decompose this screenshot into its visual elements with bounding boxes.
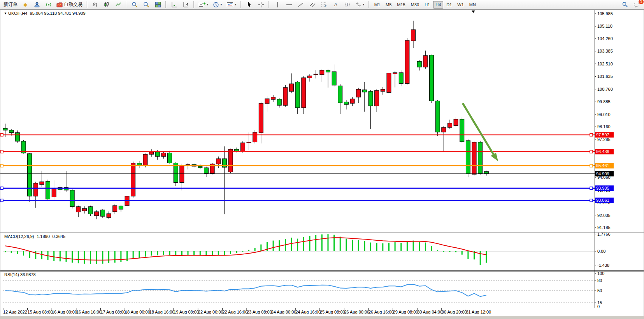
candle-bull: [95, 211, 99, 215]
line-anchor-handle[interactable]: [0, 164, 3, 167]
candlestick-icon: [104, 2, 110, 8]
auto-scroll-button[interactable]: [169, 0, 180, 9]
time-axis-label: 30 Aug 04:00: [417, 310, 442, 314]
line-anchor-handle[interactable]: [590, 187, 593, 190]
macd-histogram-bar: [102, 251, 103, 264]
new-chart-button[interactable]: ▼: [197, 0, 211, 9]
chart-shift-button[interactable]: [181, 0, 191, 9]
tab-d1[interactable]: D1: [444, 1, 454, 9]
candle-bull: [240, 143, 245, 151]
line-anchor-handle[interactable]: [590, 150, 593, 153]
line-anchor-handle[interactable]: [0, 134, 3, 136]
navigator-icon[interactable]: ◆: [20, 0, 31, 9]
tab-h1[interactable]: H1: [422, 1, 432, 9]
candle-bull: [472, 142, 476, 174]
macd-histogram-bar: [11, 251, 12, 253]
cursor-tool-button[interactable]: [244, 0, 255, 9]
candle-bull: [265, 99, 269, 104]
candle-bull: [411, 30, 416, 41]
auto-scroll-icon: [171, 2, 177, 8]
tab-mn[interactable]: MN: [467, 1, 478, 9]
periods-button[interactable]: ▼: [211, 0, 224, 9]
line-anchor-handle[interactable]: [0, 150, 3, 153]
time-axis-label: 31 Aug 12:00: [466, 310, 491, 314]
candle-bear: [435, 101, 440, 132]
candle-bull: [40, 182, 44, 185]
line-anchor-handle[interactable]: [590, 164, 593, 167]
window-bottom-edge: [0, 316, 644, 319]
text-tool[interactable]: A: [330, 0, 341, 9]
macd-histogram-bar: [29, 251, 30, 258]
candle-bull: [393, 73, 397, 74]
fibonacci-tool[interactable]: F: [319, 0, 330, 9]
line-anchor-handle[interactable]: [590, 134, 593, 136]
macd-histogram-bar: [90, 251, 91, 264]
label-T-icon: T: [345, 2, 350, 7]
chart-canvas[interactable]: 105.985105.110104.260103.385102.510101.6…: [0, 0, 644, 319]
candle-bull: [131, 163, 135, 196]
time-axis-label: 12 Aug 2022: [3, 310, 27, 314]
folder-icon: [56, 2, 63, 8]
indicators-button[interactable]: ▼: [225, 0, 239, 9]
zoom-out-button[interactable]: [141, 0, 152, 9]
search-button[interactable]: [619, 0, 630, 9]
candle-bull: [76, 206, 81, 212]
price-axis-label: 105.110: [597, 24, 612, 28]
tab-m15[interactable]: M15: [395, 1, 407, 9]
macd-histogram-bar: [53, 251, 54, 261]
rsi-axis-label: 50: [597, 288, 602, 293]
person-icon: [34, 2, 40, 8]
price-badge-label: 96.436: [596, 149, 609, 154]
market-watch-icon[interactable]: [32, 0, 42, 9]
signals-icon[interactable]: [43, 0, 54, 9]
macd-histogram-bar: [23, 251, 24, 256]
candle-bull: [290, 84, 294, 92]
macd-histogram-bar: [431, 246, 432, 251]
macd-histogram-bar: [108, 251, 109, 263]
zoom-in-button[interactable]: [129, 0, 140, 9]
chart-menu-icon[interactable]: ▼: [4, 12, 7, 15]
auto-trading-button[interactable]: 自动交易: [55, 0, 84, 9]
candle-bull: [423, 56, 428, 67]
macd-histogram-bar: [315, 235, 316, 251]
tab-m5[interactable]: M5: [383, 1, 394, 9]
line-anchor-handle[interactable]: [0, 199, 3, 202]
line-anchor-handle[interactable]: [590, 199, 593, 202]
crosshair-tool-button[interactable]: [256, 0, 267, 9]
candlestick-mode-button[interactable]: [101, 0, 112, 9]
tab-w1[interactable]: W1: [455, 1, 466, 9]
vertical-line-tool[interactable]: [272, 0, 283, 9]
candle-bear: [326, 70, 330, 72]
trendline-tool[interactable]: [295, 0, 306, 9]
line-anchor-handle[interactable]: [0, 187, 3, 190]
candle-bear: [100, 210, 105, 216]
macd-histogram-bar: [96, 251, 97, 264]
macd-histogram-bar: [78, 251, 79, 263]
ohlc-values: 95.064 95.118 94.781 94.909: [30, 11, 86, 16]
time-axis-label: 26 Aug 00:00: [344, 310, 369, 314]
price-badge-label: 93.905: [596, 186, 609, 190]
candle-bull: [113, 206, 117, 212]
time-axis-label: 24 Aug 00:00: [271, 310, 297, 314]
macd-histogram-bar: [260, 245, 261, 251]
macd-histogram-bar: [291, 238, 292, 251]
tile-windows-button[interactable]: [153, 0, 163, 9]
tab-h4[interactable]: H4: [433, 1, 443, 9]
arrows-tool[interactable]: ▼: [354, 0, 367, 9]
line-chart-mode-button[interactable]: [113, 0, 124, 9]
horizontal-line-tool[interactable]: [284, 0, 295, 9]
channel-tool[interactable]: [307, 0, 318, 9]
macd-histogram-bar: [248, 250, 249, 251]
tab-m30[interactable]: M30: [409, 1, 421, 9]
notifications-button[interactable]: 1: [631, 0, 642, 9]
candle-bear: [235, 149, 239, 151]
text-A-icon: A: [334, 2, 337, 7]
text-label-tool[interactable]: T: [342, 0, 353, 9]
bar-chart-mode-button[interactable]: [89, 0, 100, 9]
new-order-button[interactable]: 新订单: [2, 0, 19, 9]
macd-histogram-bar: [382, 243, 383, 251]
price-axis-label: 92.035: [597, 213, 611, 218]
price-axis-label: 104.260: [597, 36, 613, 41]
tab-m1[interactable]: M1: [372, 1, 383, 9]
macd-histogram-bar: [157, 251, 158, 255]
